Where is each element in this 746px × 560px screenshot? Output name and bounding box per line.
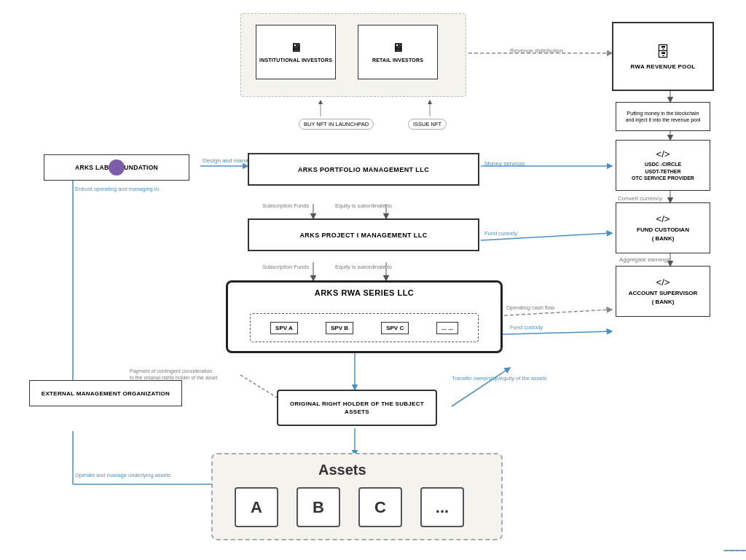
spv-container: SPV A SPV B SPV C ... ...	[250, 313, 479, 342]
usdc-label: USDC -CIRCLEUSDT-TETHEROTC SERVICE PROVI…	[632, 161, 694, 182]
spv-a: SPV A	[270, 322, 298, 334]
project-mgmt-box: ARKS PROJECT I MANAGEMENT LLC	[248, 218, 479, 251]
revenue-distribution-label: Revenue dsitribution	[510, 47, 563, 54]
putting-money-label: Putting money in the blockchainand injec…	[626, 110, 701, 123]
rwa-series-label: ARKS RWA SERIES LLC	[228, 288, 500, 297]
monitor-icon-institutional: 🖥	[290, 42, 302, 55]
asset-a: A	[235, 487, 278, 527]
external-mgmt-box: EXTERNAL MANAGEMENT ORGANIZATION	[29, 380, 182, 406]
fund-custody-2-label: Fund custody	[510, 324, 543, 331]
spv-c: SPV C	[381, 322, 409, 334]
spv-b: SPV B	[326, 322, 353, 334]
subscription-funds-2-label: Subscription Funds	[262, 264, 309, 270]
money-services-label: Money services	[484, 160, 525, 167]
rwa-pool-label: RWA REVENUE POOL	[631, 63, 696, 70]
diagram-container: 🖥 INSTITUTIONAL INVESTORS 🖥 RETAIL INVES…	[0, 0, 746, 560]
code-icon-account: </>	[656, 277, 670, 288]
equity-subordinate-1-label: Equity is subordinate to	[335, 202, 392, 209]
assets-title: Assets	[318, 462, 366, 478]
original-right-holder-box: ORIGINAL RIGHT HOLDER OF THE SUBJECT ASS…	[277, 390, 437, 426]
account-supervisor-box: </> ACCOUNT SUPERVISOR( BANK)	[616, 266, 710, 317]
arks-labs-box: ARKS LABS FOUNDATION	[44, 154, 189, 181]
original-right-holder-label: ORIGINAL RIGHT HOLDER OF THE SUBJECT ASS…	[278, 400, 436, 416]
monitor-icon-retail: 🖥	[392, 42, 404, 55]
operating-cash-flow-label: Operating cash flow	[506, 304, 554, 311]
investors-container: 🖥 INSTITUTIONAL INVESTORS 🖥 RETAIL INVES…	[240, 13, 466, 97]
payment-contingent-label: Payment of contingent considerationto th…	[130, 368, 218, 381]
legend-legal: Legal Relationships	[724, 544, 746, 557]
legal-line	[724, 547, 746, 554]
equity-subordinate-2-label: Equity is subordinate to	[335, 264, 392, 270]
svg-line-21	[452, 368, 510, 406]
entrust-label: Entrust operating and managing to	[75, 186, 159, 192]
institutional-investors-label: INSTITUTIONAL INVESTORS	[259, 58, 332, 63]
fund-custody-1-label: Fund custody	[484, 230, 517, 237]
code-icon-usdc: </>	[656, 149, 670, 159]
portfolio-mgmt-label: ARKS PORTFOLIO MANAGEMENT LLC	[298, 166, 429, 173]
account-supervisor-label: ACCOUNT SUPERVISOR( BANK)	[629, 289, 698, 305]
fund-custodian-box: </> FUND CUSTODIAN( BANK)	[616, 202, 710, 253]
subscription-funds-1-label: Subscription Funds	[262, 202, 309, 209]
database-icon: 🗄	[656, 44, 670, 60]
rwa-revenue-pool-box: 🗄 RWA REVENUE POOL	[612, 22, 714, 91]
asset-c: C	[358, 487, 402, 527]
design-manage-label: Design and manage	[203, 157, 255, 164]
operate-manage-label: Operate and manage underlying assets	[75, 472, 170, 478]
asset-b: B	[297, 487, 340, 527]
project-mgmt-label: ARKS PROJECT I MANAGEMENT LLC	[299, 232, 427, 239]
fund-custodian-label: FUND CUSTODIAN( BANK)	[637, 226, 689, 242]
external-mgmt-label: EXTERNAL MANAGEMENT ORGANIZATION	[42, 390, 170, 397]
rwa-series-box: ARKS RWA SERIES LLC SPV A SPV B SPV C ..…	[226, 280, 503, 353]
issue-nft-pill: ISSUE NFT	[408, 119, 447, 130]
transfer-ownership-label: Transfer ownership/equity of the assets	[452, 375, 547, 382]
portfolio-mgmt-box: ARKS PORTFOLIO MANAGEMENT LLC	[248, 153, 479, 186]
buy-nft-pill: BUY NFT IN LAUNCHPAD	[299, 119, 374, 130]
assets-container: Assets A B C ...	[211, 453, 503, 540]
labs-circle-icon	[109, 159, 125, 176]
putting-money-box: Putting money in the blockchainand injec…	[616, 102, 710, 131]
aggregate-earnings-label: Aggregate earnings	[619, 256, 670, 263]
retail-investors-label: RETAIL INVESTORS	[372, 58, 423, 63]
convert-currency-label: Convert currency	[618, 195, 662, 202]
asset-more: ...	[420, 487, 464, 527]
usdc-box: </> USDC -CIRCLEUSDT-TETHEROTC SERVICE P…	[616, 140, 710, 191]
spv-more: ... ...	[436, 322, 458, 334]
code-icon-fund: </>	[656, 213, 670, 224]
